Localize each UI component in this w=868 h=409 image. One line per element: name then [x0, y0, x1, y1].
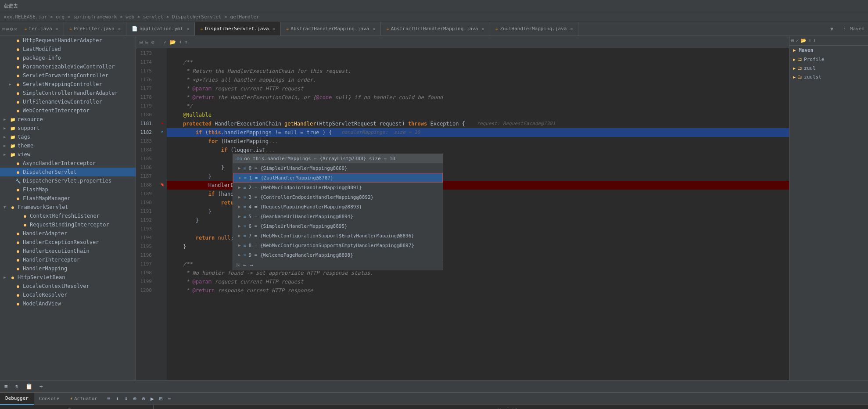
tab-prefilter[interactable]: ☕ PreFilter.java ✕	[64, 22, 126, 36]
tab-close-btn-3[interactable]: ✕	[187, 26, 189, 31]
right-toolbar-btn1[interactable]: ⊞	[791, 38, 794, 43]
sidebar-item-handlerexception[interactable]: ● HandlerExceptionResolver	[0, 238, 136, 247]
debug-item-7[interactable]: ▶ ≡ 7 = {WebMvcConfigurationSupport$Empt…	[233, 231, 443, 240]
tab-settings-icon[interactable]: ⚙	[10, 26, 13, 32]
sidebar-item-handlerexecution[interactable]: ● HandlerExecutionChain	[0, 247, 136, 255]
debug-btn-3[interactable]: ⬇	[124, 395, 129, 403]
sidebar-item-parameterizable[interactable]: ● ParameterizableViewController	[0, 62, 136, 71]
debug-item-3[interactable]: ▶ ≡ 3 = {ControllerEndpointHandlerMappin…	[233, 192, 443, 202]
tab-abstract-handler[interactable]: ☕ AbstractHandlerMapping.java ✕	[281, 22, 381, 36]
toolbar-folder[interactable]: 📂	[169, 39, 176, 45]
toolbar-btn-1[interactable]: ⊞	[140, 39, 143, 45]
tab-dispatcher-servlet[interactable]: ☕ DispatcherServlet.java ✕	[195, 22, 280, 36]
sidebar-item-flashmap[interactable]: ● FlashMap	[0, 185, 136, 194]
sidebar-item-localecontext[interactable]: ● LocaleContextResolver	[0, 282, 136, 291]
debug-btn-7[interactable]: ⊞	[158, 395, 164, 403]
sidebar-item-simplecontroller[interactable]: ● SimpleControllerHandlerAdapter	[0, 89, 136, 97]
right-item-profile[interactable]: ▶ 🗂 Profile	[789, 55, 868, 64]
toolbar-list-icon[interactable]: ≡	[4, 382, 9, 391]
right-item-zuul[interactable]: ▶ 🗂 zuul	[789, 64, 868, 72]
tab-more-btn[interactable]: ▼	[827, 26, 837, 32]
toolbar-upload[interactable]: ⬆	[184, 39, 187, 45]
debug-btn-4[interactable]: ⊕	[132, 395, 137, 403]
debug-item-0[interactable]: ▶ ≡ 0 = {SimpleUrlHandlerMapping@8660}	[233, 163, 443, 173]
tab-close-btn[interactable]: ✕	[56, 26, 58, 31]
right-toolbar-btn5[interactable]: ⬆	[813, 38, 816, 43]
tab-close-icon[interactable]: ✕	[14, 26, 17, 32]
debug-item-4[interactable]: ▶ ≡ 4 = {RequestMappingHandlerMapping@88…	[233, 202, 443, 212]
sidebar-item-resource[interactable]: ▶ 📁 resource	[0, 115, 136, 124]
tab-toolbar-align[interactable]: ≡	[2, 26, 5, 32]
debug-btn-8[interactable]: ⋯	[167, 395, 172, 403]
sidebar-item-urlfilename[interactable]: ● UrlFilenameViewController	[0, 97, 136, 106]
tab-maven-label[interactable]: ⋮ Maven	[839, 26, 868, 32]
tab-close-btn-4[interactable]: ✕	[273, 26, 275, 31]
toolbar-settings[interactable]: ⚙	[151, 39, 154, 45]
debug-btn-2[interactable]: ⬆	[115, 395, 120, 403]
sidebar-item-flashmapmanager[interactable]: ● FlashMapManager	[0, 194, 136, 203]
debug-item-9[interactable]: ▶ ≡ 9 = {WelcomePageHandlerMapping@8898}	[233, 250, 443, 260]
debug-item-1[interactable]: ▶ ≡ 1 = {ZuulHandlerMapping@8707}	[233, 173, 443, 183]
debug-tab-console[interactable]: Console	[34, 393, 65, 405]
debug-item-5[interactable]: ▶ ≡ 5 = {BeanNameUrlHandlerMapping@8894}	[233, 212, 443, 221]
debug-item-6[interactable]: ▶ ≡ 6 = {SimpleUrlHandlerMapping@8895}	[233, 221, 443, 231]
sidebar-item-handlermapping[interactable]: ● HandlerMapping	[0, 264, 136, 273]
tab-ter-java[interactable]: ☕ ter.java ✕	[19, 22, 64, 36]
debug-item-2[interactable]: ▶ ≡ 2 = {WebMvcEndpointHandlerMapping@88…	[233, 183, 443, 192]
sidebar-item-dispatcherprops[interactable]: 🔧 DispatcherServlet.properties	[0, 176, 136, 185]
tab-abstract-url[interactable]: ☕ AbstractUrlHandlerMapping.java ✕	[381, 22, 490, 36]
sidebar-item-asynchandler[interactable]: ● AsyncHandlerInterceptor	[0, 159, 136, 168]
debug-btn-1[interactable]: ≡	[106, 395, 111, 403]
toolbar-btn-2[interactable]: ⊟	[145, 39, 148, 45]
debug-btn-6[interactable]: ▶	[150, 395, 155, 403]
debug-item-8[interactable]: ▶ ≡ 8 = {WebMvcConfigurationSupport$Empt…	[233, 240, 443, 250]
sidebar-item-tags[interactable]: ▶ 📁 tags	[0, 133, 136, 141]
sidebar-item-support[interactable]: ▶ 📁 support	[0, 124, 136, 133]
right-toolbar-btn4[interactable]: ⬇	[808, 38, 811, 43]
expand-arrow-down: ▼	[4, 205, 8, 209]
sidebar-item-servletwrapping[interactable]: ▶ ● ServletWrappingController	[0, 80, 136, 89]
code-content[interactable]: 1173 1174 1175 1176 1177 1178 1179 1180 …	[136, 48, 789, 380]
tab-toolbar-split[interactable]: ⇌	[6, 26, 9, 32]
debug-popup[interactable]: oo oo this.handlerMappings = {ArrayList@…	[233, 154, 443, 270]
debug-expand-9: ▶	[238, 253, 240, 257]
toolbar-check[interactable]: ✓	[164, 39, 167, 45]
toolbar-filter-icon[interactable]: ⚗	[14, 382, 19, 391]
sidebar-item-requestbinding[interactable]: ● RequestBindingInterceptor	[0, 220, 136, 229]
sidebar-item-theme[interactable]: ▶ 📁 theme	[0, 141, 136, 150]
tab-application-yml[interactable]: 📄 application.yml ✕	[126, 22, 195, 36]
right-toolbar-btn2[interactable]: ✓	[796, 38, 799, 43]
tab-zuul-handler[interactable]: ☕ ZuulHandlerMapping.java ✕	[490, 22, 579, 36]
sidebar-item-frameworkservlet[interactable]: ▼ ● FrameworkServlet	[0, 203, 136, 212]
sidebar-item-httprequesthandleradapter[interactable]: ● HttpRequestHandlerAdapter	[0, 36, 136, 45]
toolbar-download[interactable]: ⬇	[179, 39, 182, 45]
expand-arrow: ▶	[4, 152, 8, 157]
sidebar-item-packageinfo[interactable]: ● package-info	[0, 54, 136, 62]
sidebar-item-webcontent[interactable]: ● WebContentInterceptor	[0, 106, 136, 115]
sidebar-item-lastmodified[interactable]: ● LastModified	[0, 45, 136, 54]
debug-nav-forward[interactable]: →	[250, 262, 253, 268]
right-toolbar-btn3[interactable]: 📂	[800, 38, 807, 43]
tab-close-btn-6[interactable]: ✕	[481, 26, 484, 31]
sidebar-item-dispatcher[interactable]: ● DispatcherServlet	[0, 168, 136, 176]
sidebar-item-servletforwarding[interactable]: ● ServletForwardingController	[0, 71, 136, 80]
sidebar-item-localeresolver[interactable]: ● LocaleResolver	[0, 291, 136, 299]
toolbar-add-icon[interactable]: +	[39, 382, 44, 391]
debug-nav-back[interactable]: ←	[243, 262, 246, 268]
sidebar-item-handleradapter[interactable]: ● HandlerAdapter	[0, 229, 136, 238]
sidebar-item-view[interactable]: ▶ 📁 view	[0, 150, 136, 159]
toolbar-stack-icon[interactable]: 📋	[25, 382, 33, 391]
sidebar-item-contextrefresh[interactable]: ● ContextRefreshListener	[0, 212, 136, 220]
tab-close-btn-7[interactable]: ✕	[570, 26, 573, 31]
debug-tab-actuator[interactable]: ⚡ Actuator	[65, 393, 103, 405]
sidebar-item-handlerinterceptor[interactable]: ● HandlerInterceptor	[0, 255, 136, 264]
debug-tab-debugger[interactable]: Debugger	[0, 393, 34, 405]
debug-copy-icon[interactable]: ⎘	[237, 262, 240, 268]
tab-close-btn-2[interactable]: ✕	[118, 26, 121, 31]
right-item-zuulst[interactable]: ▶ 🗂 zuulst	[789, 72, 868, 81]
debug-expand-7: ▶	[238, 233, 240, 238]
sidebar-item-httpservletbean[interactable]: ▶ ● HttpServletBean	[0, 273, 136, 282]
debug-btn-5[interactable]: ⊗	[141, 395, 146, 403]
tab-close-btn-5[interactable]: ✕	[373, 26, 375, 31]
sidebar-item-modelandview[interactable]: ● ModelAndView	[0, 299, 136, 308]
